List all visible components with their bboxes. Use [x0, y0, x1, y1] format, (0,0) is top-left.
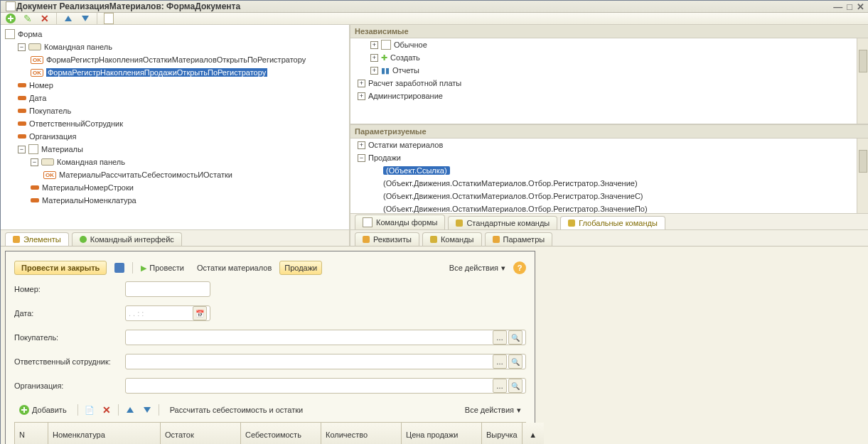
edit-button[interactable]: ✎: [22, 13, 33, 24]
left-panel: Форма −Командная панель OKФормаРегистрНа…: [1, 25, 350, 246]
copy-button[interactable]: 📄: [84, 404, 95, 416]
dots-button[interactable]: …: [493, 354, 507, 369]
label-otv: Ответственный сотрудник:: [14, 357, 121, 366]
form-cmds-icon: [363, 217, 373, 227]
tree-field[interactable]: ОтветственныйСотрудник: [5, 117, 349, 130]
form-tree[interactable]: Форма −Командная панель OKФормаРегистрНа…: [1, 25, 349, 229]
run-close-button[interactable]: Провести и закрыть: [14, 261, 107, 275]
prodazhi-button[interactable]: Продажи: [279, 261, 322, 275]
delete-button[interactable]: ✕: [39, 13, 50, 24]
col-vyruchka[interactable]: Выручка: [482, 423, 523, 444]
tree-cmdpanel2[interactable]: −Командная панель: [5, 156, 349, 168]
minimize-button[interactable]: —: [833, 1, 842, 12]
tree-materials[interactable]: −Материалы: [5, 143, 349, 156]
parametrized-list[interactable]: +Остатки материалов −Продажи (Объект.Ссы…: [350, 139, 868, 213]
section-parametrized: Параметризуемые: [350, 125, 868, 139]
input-data[interactable]: . . : :📅: [125, 305, 210, 321]
provesti-button[interactable]: ▶Провести: [136, 261, 189, 276]
tree-cmdpanel[interactable]: −Командная панель: [5, 40, 349, 53]
tab-form-commands[interactable]: Команды формы: [355, 215, 445, 229]
materials-grid[interactable]: N Номенклатура Остаток Себестоимость Кол…: [14, 422, 526, 444]
chevron-down-icon: ▾: [517, 406, 521, 415]
move-down-button[interactable]: [80, 13, 91, 24]
form-preview-area: Провести и закрыть ▶Провести Остатки мат…: [1, 247, 868, 444]
tab-parameters[interactable]: Параметры: [485, 232, 553, 246]
tree-field[interactable]: Номер: [5, 79, 349, 92]
save-icon: [114, 263, 124, 273]
scrollbar[interactable]: [857, 139, 868, 213]
help-button[interactable]: ?: [513, 261, 526, 274]
tab-cmd-interface[interactable]: Командный интерфейс: [72, 232, 182, 246]
calc-button[interactable]: Рассчитать себестоимость и остатки: [165, 403, 309, 417]
globe-icon: [568, 220, 575, 227]
label-nomer: Номер:: [14, 285, 121, 293]
col-kolichestvo[interactable]: Количество: [321, 423, 402, 444]
section-independent: Независимые: [350, 25, 868, 38]
col-n[interactable]: N: [15, 423, 48, 444]
dots-button[interactable]: …: [493, 379, 507, 393]
tree-cmd-item[interactable]: OKФормаРегистрНакопленияОстаткиМатериало…: [5, 53, 349, 66]
close-button[interactable]: ✕: [857, 1, 864, 12]
tab-standard-commands[interactable]: Стандартные команды: [448, 216, 557, 229]
calendar-icon[interactable]: 📅: [193, 306, 207, 320]
main-toolbar: ✎ ✕: [1, 13, 868, 25]
dots-button[interactable]: …: [493, 330, 507, 345]
input-pokup[interactable]: …🔍: [125, 330, 526, 345]
col-cena[interactable]: Цена продажи: [402, 423, 482, 444]
form-preview: Провести и закрыть ▶Провести Остатки мат…: [5, 251, 535, 444]
form-icon: [5, 1, 16, 12]
tab-requisites[interactable]: Реквизиты: [355, 232, 419, 246]
move-up-button[interactable]: [63, 13, 74, 24]
independent-list[interactable]: +Обычное +✚Создать +▮▮Отчеты +Расчет зар…: [350, 38, 868, 125]
tree-field[interactable]: МатериалыНомерСтроки: [5, 181, 349, 194]
input-org[interactable]: …🔍: [125, 378, 526, 394]
gear-icon: [456, 220, 463, 227]
input-otv[interactable]: …🔍: [125, 354, 526, 369]
tab-global-commands[interactable]: Глобальные команды: [560, 216, 665, 229]
input-nomer[interactable]: [125, 281, 210, 297]
row-up-button[interactable]: [124, 404, 136, 416]
ostatki-button[interactable]: Остатки материалов: [192, 261, 277, 275]
tree-field[interactable]: Дата: [5, 92, 349, 104]
title-bar: Документ РеализацияМатериалов: ФормаДоку…: [1, 1, 868, 13]
tree-root[interactable]: Форма: [5, 28, 349, 40]
chevron-down-icon: ▾: [501, 264, 505, 273]
req-icon: [363, 236, 370, 243]
col-ostatok[interactable]: Остаток: [161, 423, 241, 444]
maximize-button[interactable]: □: [847, 1, 852, 12]
tree-field[interactable]: МатериалыНоменклатура: [5, 194, 349, 207]
all-actions-dropdown[interactable]: Все действия ▾: [444, 261, 510, 276]
plus-icon: [19, 405, 29, 415]
tab-commands[interactable]: Команды: [422, 232, 482, 246]
designer-midzone: Форма −Командная панель OKФормаРегистрНа…: [1, 25, 868, 247]
separator: [56, 13, 57, 24]
save-button[interactable]: [109, 260, 129, 276]
col-sebestoimost[interactable]: Себестоимость: [241, 423, 321, 444]
tree-cmd-item[interactable]: OKМатериалыРассчитатьСебестоимостьИОстат…: [5, 168, 349, 181]
search-icon[interactable]: 🔍: [508, 379, 523, 393]
search-icon[interactable]: 🔍: [508, 330, 523, 345]
separator: [97, 13, 97, 24]
tree-field[interactable]: Организация: [5, 130, 349, 143]
label-pokup: Покупатель:: [14, 333, 121, 342]
all-actions-grid-dropdown[interactable]: Все действия ▾: [460, 403, 526, 418]
delete-row-button[interactable]: ✕: [101, 404, 112, 416]
search-icon[interactable]: 🔍: [508, 354, 523, 369]
col-nomenklatura[interactable]: Номенклатура: [48, 423, 161, 444]
label-org: Организация:: [14, 381, 121, 390]
left-tabs: Элементы Командный интерфейс: [1, 229, 349, 246]
cmd-icon: [430, 236, 437, 243]
grid-scroll-up[interactable]: ▲: [523, 423, 544, 444]
tree-field[interactable]: Покупатель: [5, 104, 349, 117]
properties-button[interactable]: [103, 13, 114, 24]
window-title: Документ РеализацияМатериалов: ФормаДоку…: [16, 1, 240, 11]
right-panel: Независимые +Обычное +✚Создать +▮▮Отчеты…: [350, 25, 868, 246]
elements-icon: [13, 236, 20, 243]
tab-elements[interactable]: Элементы: [5, 232, 69, 246]
param-selected[interactable]: (Объект.Ссылка): [350, 164, 868, 177]
row-down-button[interactable]: [141, 404, 153, 416]
scrollbar[interactable]: [857, 38, 868, 124]
add-button[interactable]: [5, 13, 16, 24]
add-row-button[interactable]: Добавить: [14, 402, 72, 418]
tree-cmd-item-selected[interactable]: OKФормаРегистрНакопленияПродажиОткрытьПо…: [5, 66, 349, 79]
